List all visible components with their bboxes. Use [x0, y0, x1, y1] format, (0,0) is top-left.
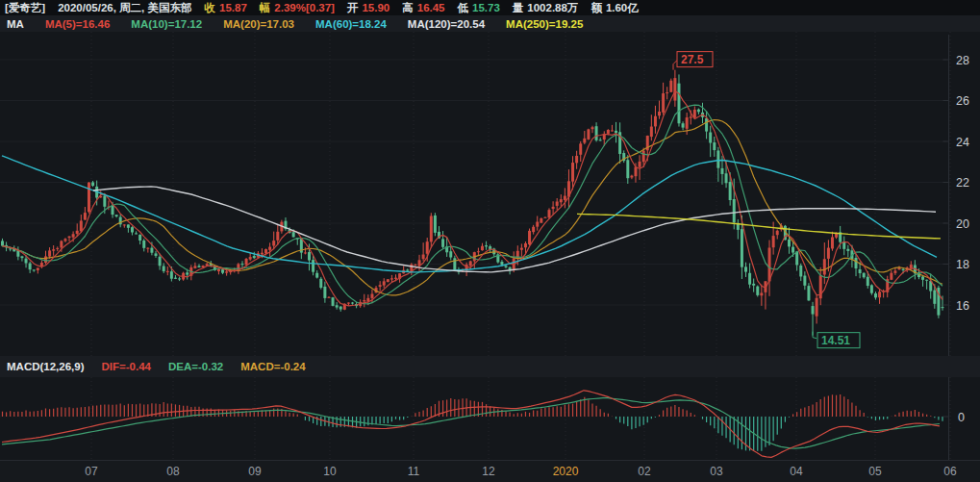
candle-body [642, 151, 645, 162]
candle-body [720, 168, 723, 174]
candle-body [56, 248, 59, 249]
candle-body [863, 273, 866, 277]
candle-body [611, 130, 614, 131]
dea-legend: DEA=-0.32 [168, 361, 223, 372]
volume-value: 1002.88万 [527, 1, 578, 15]
candle-body [942, 307, 944, 308]
change-value: 2.39%[0.37] [274, 2, 335, 13]
candle-body [387, 279, 389, 282]
candles-layer [1, 70, 944, 336]
change-label: 幅 [260, 1, 271, 15]
candle-body [159, 257, 162, 266]
candle-body [37, 267, 39, 269]
macd-zero-label: 0 [958, 411, 965, 424]
candle-body [20, 256, 23, 258]
candle-body [662, 93, 665, 113]
price-axis-label: 16 [956, 299, 969, 313]
candle-body [741, 229, 743, 266]
high-value: 16.45 [417, 2, 445, 13]
candle-body [163, 266, 165, 271]
candle-body [131, 227, 134, 232]
ma10-legend: MA(10)=17.12 [131, 18, 202, 30]
field-volume: 量 1002.88万 [513, 1, 579, 15]
candle-body [1, 241, 4, 245]
month-label-07: 07 [85, 465, 97, 478]
candle-body [890, 273, 892, 280]
candle-body [170, 271, 173, 279]
ma60-legend: MA(60)=18.24 [315, 18, 387, 30]
candle-body [292, 232, 295, 237]
candle-body [591, 127, 593, 129]
candle-body [677, 84, 680, 124]
candle-body [197, 266, 200, 267]
candle-body [607, 130, 610, 134]
candle-body [91, 183, 94, 187]
main-price-chart[interactable]: 2826242220181627.514.51 [0, 32, 980, 356]
candle-body [713, 142, 716, 150]
month-label-04: 04 [790, 465, 802, 478]
candle-body [599, 140, 602, 140]
candle-body [264, 249, 267, 253]
candle-body [339, 307, 342, 310]
candle-body [426, 241, 429, 254]
ma-legend-title: MA [7, 18, 24, 30]
high-annotation[interactable]: 27.5 [673, 52, 713, 70]
candle-body [25, 259, 28, 264]
candle-body [548, 210, 551, 217]
candle-body [855, 258, 858, 268]
header-bar: [爱奇艺] 2020/05/26, 周二, 美国东部 收 15.87 幅 2.3… [0, 0, 980, 15]
month-label-08: 08 [166, 465, 179, 478]
field-close: 收 15.87 [205, 1, 247, 15]
candle-body [799, 266, 802, 277]
candle-body [225, 271, 228, 272]
candle-body [634, 167, 637, 177]
candle-body [441, 239, 444, 246]
low-label: 低 [458, 1, 469, 15]
candle-body [390, 278, 393, 279]
candle-body [166, 271, 169, 272]
macd-legend-bar[interactable]: MACD(12,26,9) DIF=-0.44 DEA=-0.32 MACD=-… [0, 356, 980, 377]
candle-body [48, 250, 51, 256]
symbol-name[interactable]: [爱奇艺] [5, 1, 45, 15]
candle-body [383, 281, 386, 285]
candle-body [705, 118, 708, 132]
month-label-03: 03 [710, 465, 722, 478]
candle-body [481, 246, 484, 250]
macd-panel[interactable]: 0 [0, 377, 980, 460]
macd-legend-title: MACD(12,26,9) [7, 361, 85, 372]
low-annotation[interactable]: 14.51 [813, 332, 860, 348]
candle-body [72, 234, 75, 237]
candle-body [744, 266, 747, 271]
candle-body [807, 286, 810, 300]
candle-body [327, 297, 330, 298]
month-label-12: 12 [482, 465, 494, 478]
candle-body [925, 280, 928, 281]
candle-body [138, 235, 141, 241]
price-axis-label: 24 [956, 136, 969, 149]
candle-body [579, 143, 582, 154]
candle-body [394, 278, 397, 279]
price-axis-label: 22 [956, 176, 969, 190]
time-axis[interactable]: 07080910111220200203040506 [0, 460, 980, 482]
candle-body [571, 163, 574, 182]
ma120-legend: MA(120)=20.54 [408, 18, 485, 30]
candle-body [846, 249, 849, 251]
candle-body [63, 239, 66, 241]
candle-body [874, 293, 877, 297]
ma250-legend: MA(250)=19.25 [506, 18, 583, 30]
candle-body [878, 292, 881, 297]
candle-body [666, 92, 668, 93]
candle-body [729, 182, 732, 200]
field-turnover: 额 1.60亿 [591, 1, 638, 15]
field-open: 开 15.90 [347, 1, 389, 15]
candle-body [658, 112, 661, 115]
candle-body [332, 297, 335, 306]
ma-legend-bar[interactable]: MA MA(5)=16.46 MA(10)=17.12 MA(20)=17.03… [0, 15, 980, 32]
candle-body [312, 260, 314, 272]
candle-body [543, 217, 546, 218]
month-label-11: 11 [408, 465, 419, 478]
candle-body [323, 287, 326, 298]
candle-body [193, 266, 196, 267]
candle-body [221, 269, 224, 273]
candle-body [186, 272, 188, 274]
